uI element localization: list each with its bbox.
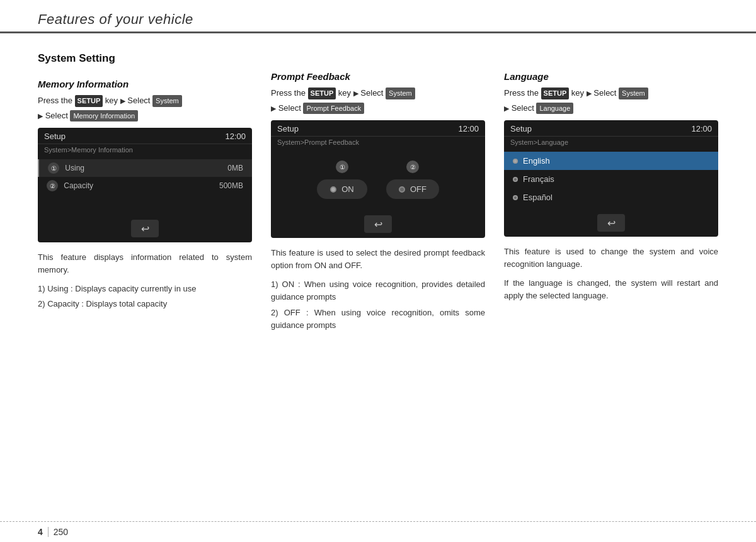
screen-header: Setup 12:00 (38, 128, 252, 144)
lang-option-french[interactable]: Français (504, 170, 718, 188)
back-button[interactable]: ↩ (131, 220, 159, 237)
pf-off-btn[interactable]: OFF (386, 179, 439, 199)
lang-dot-french (513, 177, 518, 182)
row1-label: Using (65, 164, 84, 172)
pf-option-on: ① ON (317, 161, 367, 199)
prompt-feedback-subtitle: Prompt Feedback (271, 71, 485, 82)
screen-time: 12:00 (225, 132, 246, 141)
pf-instruction-line2: ▶ Select Prompt Feedback (271, 102, 485, 115)
pf-option-off: ② OFF (386, 161, 439, 199)
arrow1: ▶ (120, 97, 125, 104)
row1-num: ① (48, 162, 59, 174)
row2-num: ② (47, 180, 58, 191)
lang-instruction-line2: ▶ Select Language (504, 102, 718, 115)
arrow2: ▶ (38, 112, 43, 120)
row2-label: Capacity (64, 181, 93, 190)
pf-badge: Prompt Feedback (303, 103, 364, 115)
lang-screen-title: Setup (510, 124, 532, 133)
page-header: Features of your vehicle (0, 0, 756, 33)
pf-options: ① ON ② OFF (271, 148, 485, 212)
lang-screen-header: Setup 12:00 (504, 120, 718, 137)
pf-on-label: ON (341, 184, 354, 194)
memory-body-text: This feature displays information relate… (38, 251, 252, 276)
pf-arrow1: ▶ (353, 89, 358, 97)
page-footer: 4 250 (0, 521, 756, 542)
system-badge: System (152, 95, 182, 107)
page-title: Features of your vehicle (38, 11, 193, 28)
pf-opt2-num: ② (406, 161, 419, 173)
pf-setup-key-badge: SETUP (308, 88, 336, 99)
lang-arrow1: ▶ (587, 89, 592, 97)
pf-arrow2: ▶ (271, 104, 276, 112)
lang-dot-spanish (513, 195, 518, 200)
lang-back-button[interactable]: ↩ (597, 214, 625, 232)
footer-num: 250 (54, 527, 68, 537)
lang-setup-key-badge: SETUP (541, 88, 570, 99)
lang-label-french: Français (523, 174, 554, 184)
pf-radio-off (399, 186, 405, 193)
screen-row-using: ① Using 0MB (38, 159, 252, 177)
lang-instruction-line1: Press the SETUP key ▶ Select System (504, 87, 718, 99)
setup-key-badge: SETUP (75, 95, 103, 107)
lang-system-badge: System (619, 88, 648, 99)
language-subtitle: Language (504, 71, 718, 82)
pf-screen-path: System>Prompt Feedback (271, 137, 485, 148)
screen-row-capacity: ② Capacity 500MB (38, 177, 252, 195)
pf-screen-time: 12:00 (458, 124, 479, 133)
memory-list2: 2) Capacity : Displays total capacity (38, 298, 252, 310)
lang-screen: Setup 12:00 System>Language English Fran… (504, 120, 718, 237)
lang-screen-footer: ↩ (504, 210, 718, 237)
lang-badge: Language (536, 103, 573, 115)
lang-screen-time: 12:00 (691, 124, 712, 133)
lang-option-english[interactable]: English (504, 152, 718, 170)
screen-body: ① Using 0MB ② Capacity 500MB (38, 155, 252, 216)
pf-radio-on (330, 186, 336, 193)
pf-off-label: OFF (410, 184, 427, 194)
screen-title: Setup (44, 132, 66, 141)
pf-list1: 1) ON : When using voice recognition, pr… (271, 278, 485, 303)
pf-on-btn[interactable]: ON (317, 179, 367, 199)
pf-screen-header: Setup 12:00 (271, 120, 485, 137)
lang-screen-path: System>Language (504, 137, 718, 148)
col-language: Language Press the SETUP key ▶ Select Sy… (504, 52, 718, 334)
pf-instruction-line1: Press the SETUP key ▶ Select System (271, 87, 485, 99)
lang-arrow2: ▶ (504, 104, 509, 112)
pf-screen-title: Setup (277, 124, 299, 133)
col-memory-information: System Setting Memory Information Press … (38, 52, 271, 334)
system-setting-title: System Setting (38, 52, 252, 65)
lang-body-text1: This feature is used to change the syste… (504, 246, 718, 271)
memory-list1: 1) Using : Displays capacity currently i… (38, 283, 252, 295)
row2-value: 500MB (219, 181, 243, 190)
memory-information-subtitle: Memory Information (38, 79, 252, 89)
footer-page: 4 (38, 527, 43, 537)
row1-value: 0MB (227, 164, 243, 172)
memory-instruction-line1: Press the SETUP key ▶ Select System (38, 94, 252, 107)
pf-system-badge: System (386, 88, 415, 99)
lang-body-text2: If the language is changed, the system w… (504, 277, 718, 302)
pf-screen: Setup 12:00 System>Prompt Feedback ① ON … (271, 120, 485, 238)
lang-screen-body: English Français Español (504, 148, 718, 210)
lang-option-spanish[interactable]: Español (504, 188, 718, 206)
footer-separator (48, 527, 49, 537)
col-prompt-feedback: Prompt Feedback Press the SETUP key ▶ Se… (271, 52, 504, 334)
pf-body-text: This feature is used to select the desir… (271, 247, 485, 272)
lang-label-english: English (523, 156, 550, 166)
lang-label-spanish: Español (523, 193, 553, 202)
memory-screen: Setup 12:00 System>Memory Information ① … (38, 128, 252, 242)
pf-screen-footer: ↩ (271, 212, 485, 238)
memory-instruction-line2: ▶ Select Memory Information (38, 110, 252, 122)
lang-dot-english (513, 159, 518, 164)
pf-opt1-num: ① (336, 161, 348, 173)
main-content: System Setting Memory Information Press … (0, 33, 756, 347)
pf-list2: 2) OFF : When using voice recognition, o… (271, 307, 485, 332)
memory-info-badge: Memory Information (70, 110, 138, 122)
screen-path: System>Memory Information (38, 144, 252, 155)
screen-footer: ↩ (38, 216, 252, 242)
pf-back-button[interactable]: ↩ (364, 215, 392, 233)
